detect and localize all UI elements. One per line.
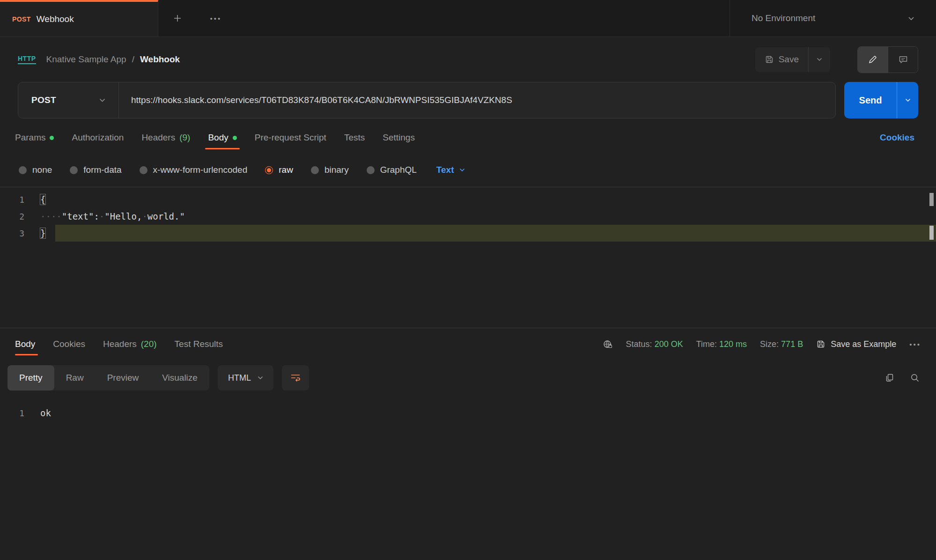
scrollbar-thumb[interactable] [929,226,934,240]
copy-response-button[interactable] [884,373,895,383]
method-selector[interactable]: POST [18,82,119,118]
tab-title: Webhook [37,14,74,24]
response-tabs: BodyCookiesHeaders(20)Test Results [15,329,232,359]
request-body-editor[interactable]: 1{2····"text":·"Hello,·world."3} [0,187,936,328]
request-tab-label: Body [208,133,228,143]
breadcrumb-separator: / [132,54,134,65]
body-type-none[interactable]: none [19,165,52,175]
url-input[interactable] [119,95,835,105]
comments-button[interactable] [888,47,918,73]
chevron-down-icon [258,376,263,380]
raw-format-selector[interactable]: Text [436,165,465,175]
breadcrumb-request-name[interactable]: Webhook [140,54,180,65]
search-response-button[interactable] [910,373,920,383]
request-tabs: ParamsAuthorizationHeaders(9)BodyPre-req… [0,122,936,153]
response-size: Size: 771 B [760,339,803,349]
body-type-x-www-form-urlencoded[interactable]: x-www-form-urlencoded [140,165,248,175]
request-tab-authorization[interactable]: Authorization [63,122,133,153]
response-tab-label: Body [15,339,35,349]
tab-method-badge: POST [12,15,31,23]
save-dropdown-button[interactable] [809,47,830,72]
radio-icon [265,166,273,174]
save-as-example-button[interactable]: Save as Example [816,339,896,349]
unsaved-dot-icon [50,136,54,140]
request-tab-label: Pre-request Script [255,133,326,143]
new-tab-button[interactable] [158,0,197,37]
network-icon[interactable] [603,339,613,349]
body-type-label: raw [279,165,293,175]
kebab-icon: ••• [210,15,222,22]
body-type-binary[interactable]: binary [311,165,349,175]
line-number: 1 [0,195,40,205]
response-body[interactable]: 1ok [0,395,936,421]
body-type-label: x-www-form-urlencoded [153,165,248,175]
environment-selector[interactable]: No Environment [730,0,936,37]
request-tab-params[interactable]: Params [15,122,63,153]
response-header: BodyCookiesHeaders(20)Test Results Statu… [0,329,936,359]
request-tab-headers[interactable]: Headers(9) [133,122,199,153]
view-pretty[interactable]: Pretty [7,365,54,391]
tab-options-button[interactable]: ••• [197,0,235,37]
response-options-button[interactable]: ••• [909,340,921,348]
raw-format-label: Text [436,165,454,175]
send-dropdown-button[interactable] [897,82,918,118]
body-type-label: binary [324,165,349,175]
request-tab-pre-request-script[interactable]: Pre-request Script [246,122,335,153]
body-type-options: noneform-datax-www-form-urlencodedrawbin… [0,153,936,187]
editor-line[interactable]: 3} [0,225,936,242]
body-type-label: none [32,165,52,175]
body-type-raw[interactable]: raw [265,165,293,175]
request-tab-label: Params [15,133,45,143]
send-label: Send [859,95,882,106]
tab-bar: POST Webhook ••• No Environment [0,0,936,37]
body-type-label: GraphQL [380,165,417,175]
save-button-group: Save [755,47,830,72]
scrollbar-mark[interactable] [929,193,934,206]
save-as-example-label: Save as Example [831,339,896,349]
breadcrumb-collection[interactable]: Knative Sample App [46,54,126,65]
save-button[interactable]: Save [755,47,808,72]
editor-line[interactable]: 2····"text":·"Hello,·world." [0,208,936,225]
request-tab-settings[interactable]: Settings [374,122,424,153]
editor-line[interactable]: 1{ [0,191,936,208]
documentation-toggle-group [857,46,918,73]
wrap-lines-button[interactable] [282,365,309,391]
response-format-selector[interactable]: HTML [218,365,273,391]
plus-icon [172,13,183,24]
radio-icon [19,166,27,174]
response-meta: Status: 200 OK Time: 120 ms Size: 771 B … [603,339,921,349]
method-label: POST [31,95,56,105]
request-tab-label: Authorization [72,133,124,143]
cookies-link[interactable]: Cookies [880,133,921,143]
radio-icon [140,166,147,174]
line-number: 2 [0,212,40,221]
request-tab-webhook[interactable]: POST Webhook [0,0,158,37]
view-raw[interactable]: Raw [54,365,96,391]
send-button[interactable]: Send [844,82,897,118]
response-tab-test-results[interactable]: Test Results [166,329,232,359]
body-type-form-data[interactable]: form-data [70,165,121,175]
send-button-group: Send [844,82,918,118]
request-tab-tests[interactable]: Tests [335,122,374,153]
response-format-label: HTML [228,373,251,383]
request-tab-body[interactable]: Body [199,122,245,153]
body-type-label: form-data [83,165,121,175]
view-preview[interactable]: Preview [96,365,151,391]
radio-icon [367,166,375,174]
save-label: Save [779,54,799,65]
url-box: POST [18,82,836,118]
response-line: 1ok [0,405,936,421]
response-tab-body[interactable]: Body [15,329,44,359]
view-visualize[interactable]: Visualize [150,365,209,391]
response-tab-label: Test Results [175,339,223,349]
body-type-graphql[interactable]: GraphQL [367,165,417,175]
response-tab-cookies[interactable]: Cookies [44,329,94,359]
response-tab-headers[interactable]: Headers(20) [94,329,166,359]
http-method-icon: HTTP [18,55,36,64]
copy-icon [884,373,895,383]
wrap-lines-icon [290,374,301,382]
edit-description-button[interactable] [858,47,888,73]
editor-code: } [40,228,45,238]
response-status: Status: 200 OK [626,339,683,349]
environment-label: No Environment [752,13,908,23]
